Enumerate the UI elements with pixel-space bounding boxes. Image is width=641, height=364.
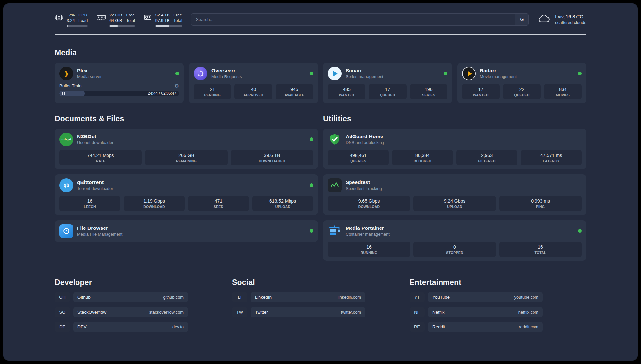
stat-tile: 498,461 QUERIES: [328, 150, 389, 165]
app-card-plex[interactable]: ❯ Plex Media server Bullet Train ⚙: [55, 63, 184, 103]
search-engine-button[interactable]: G: [515, 14, 528, 25]
bookmark-reddit[interactable]: RE Reddit reddit.com: [410, 322, 543, 332]
playback-time: 24:44 / 02:06:47: [148, 91, 176, 96]
cpu-load-label: Load: [78, 18, 88, 24]
stat-label: UPLOAD: [415, 205, 495, 209]
bookmark-youtube[interactable]: YT YouTube youtube.com: [410, 292, 543, 302]
app-subtitle: Series management: [346, 74, 383, 79]
bookmark-url: stackoverflow.com: [149, 310, 184, 315]
bookmark-stackoverflow[interactable]: SO StackOverflow stackoverflow.com: [55, 307, 188, 317]
section-documents: Documents & Files nzbget NZBGet Usenet d…: [55, 114, 318, 261]
stat-label: SEED: [189, 205, 248, 209]
app-card-nzbget[interactable]: nzbget NZBGet Usenet downloader 744.21 M…: [55, 129, 318, 169]
bookmark-group-developer: Developer GH Github github.com SO StackO…: [55, 278, 188, 337]
bookmark-name: YouTube: [432, 295, 450, 300]
stat-value: 40: [236, 87, 271, 92]
speedtest-icon: [328, 178, 342, 192]
weather-condition: scattered clouds: [555, 20, 586, 25]
app-title: Speedtest: [346, 179, 382, 186]
bookmark-abbr: YT: [410, 292, 425, 302]
bookmark-abbr: SO: [55, 307, 70, 317]
ram-progress-bar: [109, 25, 135, 27]
section-media: Media ❯ Plex Media server Bullet Train: [55, 48, 586, 103]
stat-value: 21: [195, 87, 230, 92]
app-subtitle: Torrent downloader: [77, 186, 113, 191]
nzbget-icon: nzbget: [59, 133, 73, 146]
sonarr-icon: [328, 67, 342, 80]
bookmark-twitter[interactable]: TW Twitter twitter.com: [232, 307, 365, 317]
gear-icon[interactable]: ⚙: [175, 83, 179, 88]
stat-tile: 744.21 Mbps RATE: [59, 150, 142, 165]
stat-label: TOTAL: [501, 251, 580, 255]
stat-tile: 2,953 FILTERED: [456, 150, 517, 165]
status-indicator: [578, 229, 582, 233]
app-title: AdGuard Home: [346, 134, 384, 140]
weather-widget[interactable]: Lviv, 16.87°C scattered clouds: [537, 13, 586, 26]
stat-label: DOWNLOAD: [329, 205, 409, 209]
ram-total-label: Total: [126, 18, 135, 24]
stat-tile: 17 WANTED: [462, 84, 500, 99]
status-indicator: [444, 72, 447, 75]
cloud-icon: [537, 13, 551, 26]
bookmark-linkedin[interactable]: LI LinkedIn linkedin.com: [232, 292, 365, 302]
now-playing-title: Bullet Train: [59, 83, 82, 88]
app-card-portainer[interactable]: Media Portainer Container management 16 …: [323, 220, 586, 261]
status-indicator: [175, 72, 179, 75]
stat-tile: 945 AVAILABLE: [276, 84, 313, 99]
bookmark-github[interactable]: GH Github github.com: [55, 292, 188, 302]
section-heading-media: Media: [55, 48, 586, 57]
app-card-filebrowser[interactable]: File Browser Media File Management: [55, 220, 318, 242]
stat-label: LATENCY: [522, 159, 580, 163]
stat-label: DOWNLOADED: [232, 159, 312, 163]
app-card-qbittorrent[interactable]: qb qBittorrent Torrent downloader 16 LEE…: [55, 174, 318, 215]
search-input[interactable]: [191, 14, 515, 25]
cpu-icon: [55, 13, 63, 23]
bookmark-netflix[interactable]: NF Netflix netflix.com: [410, 307, 543, 317]
stat-label: REMAINING: [146, 159, 226, 163]
app-card-adguard[interactable]: AdGuard Home DNS and adblocking 498,461 …: [323, 129, 586, 169]
app-subtitle: Usenet downloader: [77, 140, 113, 145]
disk-free-label: Free: [173, 13, 182, 18]
stat-tile: 834 MOVIES: [544, 84, 582, 99]
stat-value: 618.52 Mbps: [254, 198, 312, 204]
stat-tile: 618.52 Mbps UPLOAD: [252, 196, 313, 211]
stat-tile: 16 TOTAL: [499, 242, 582, 257]
app-subtitle: DNS and adblocking: [346, 140, 384, 145]
stat-value: 9.65 Gbps: [329, 198, 409, 204]
stat-value: 16: [501, 244, 580, 250]
ram-total-value: 64 GiB: [109, 18, 122, 24]
bookmark-url: twitter.com: [341, 310, 361, 315]
stat-tile: 22 QUEUED: [503, 84, 540, 99]
app-title: Media Portainer: [346, 225, 390, 231]
app-card-radarr[interactable]: Radarr Movie management 17 WANTED 22 QUE…: [457, 63, 586, 103]
app-card-sonarr[interactable]: Sonarr Series management 485 WANTED 17 Q…: [323, 63, 452, 103]
ram-free-value: 22 GiB: [109, 13, 122, 18]
stat-tile: 1.19 Gbps DOWNLOAD: [124, 196, 185, 211]
disk-total-value: 97.9 TB: [155, 18, 170, 24]
playback-progress-bar[interactable]: 24:44 / 02:06:47: [59, 91, 179, 96]
filebrowser-icon: [59, 224, 73, 238]
stat-tile: 0.993 ms PING: [499, 196, 582, 211]
stat-label: RATE: [61, 159, 140, 163]
app-title: Sonarr: [346, 68, 383, 74]
bookmark-dev[interactable]: DT DEV dev.to: [55, 322, 188, 332]
stat-label: RUNNING: [329, 251, 409, 255]
status-indicator: [310, 229, 313, 233]
disk-free-value: 52.4 TB: [155, 13, 170, 18]
stat-value: 2,953: [458, 153, 516, 158]
stat-label: PENDING: [195, 93, 230, 97]
stat-value: 834: [545, 87, 580, 92]
app-subtitle: Media File Management: [77, 232, 122, 237]
stat-value: 17: [463, 87, 498, 92]
app-card-speedtest[interactable]: Speedtest Speedtest Tracking 9.65 Gbps D…: [323, 174, 586, 215]
status-indicator: [578, 72, 582, 75]
app-card-overseerr[interactable]: Overseerr Media Requests 21 PENDING 40 A…: [189, 63, 318, 103]
bookmark-url: linkedin.com: [338, 295, 361, 300]
disk-icon: [143, 13, 152, 23]
status-indicator: [310, 72, 313, 75]
stat-value: 498,461: [329, 153, 387, 158]
bookmark-name: StackOverflow: [77, 310, 106, 315]
bookmark-url: reddit.com: [519, 324, 538, 329]
bookmark-url: github.com: [163, 295, 184, 300]
stat-label: DOWNLOAD: [125, 205, 183, 209]
